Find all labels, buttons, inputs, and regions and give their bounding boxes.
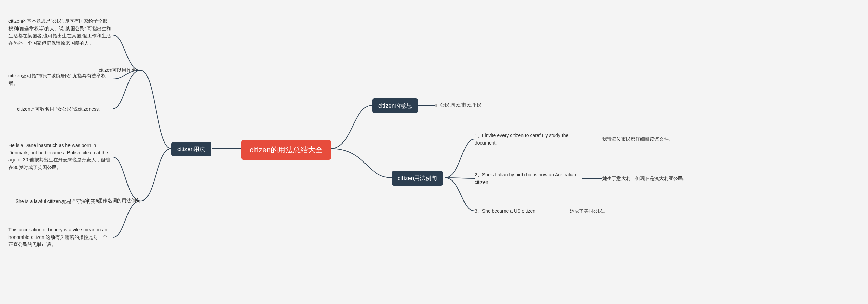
leaf-noun-3: citizen是可数名词,"女公民"说citizeness。 xyxy=(8,106,112,113)
mindmap-connectors xyxy=(0,0,868,304)
leaf-trans-2: 她生于意大利，但现在是澳大利亚公民。 xyxy=(602,176,688,182)
leaf-example-3: 3、She became a US citizen. xyxy=(475,208,537,214)
leaf-example-2: 2、She's Italian by birth but is now an A… xyxy=(475,171,580,186)
leaf-nounex-3: This accusation of bribery is a vile sme… xyxy=(8,226,112,248)
leaf-trans-3: 她成了美国公民。 xyxy=(570,208,608,214)
leaf-nounex-1: He is a Dane inasmuch as he was born in … xyxy=(8,142,112,171)
leaf-nounex-2: She is a lawful citizen.她是个守法的公民。 xyxy=(8,198,112,205)
branch-meaning[interactable]: citizen的意思 xyxy=(372,98,418,113)
branch-usage[interactable]: citizen用法 xyxy=(171,142,211,156)
leaf-trans-1: 我请每位市民都仔细研读该文件。 xyxy=(602,136,673,142)
root-node[interactable]: citizen的用法总结大全 xyxy=(241,140,331,160)
leaf-meaning-def: n. 公民,国民,市民,平民 xyxy=(435,102,482,108)
leaf-noun-2: citizen还可指"市民""城镇居民",尤指具有选举权者。 xyxy=(8,72,112,87)
leaf-example-1: 1、I invite every citizen to carefully st… xyxy=(475,132,580,147)
branch-examples[interactable]: citizen用法例句 xyxy=(392,171,443,186)
leaf-noun-1: citizen的基本意思是"公民",即享有国家给予全部权利(如选举权等)的人。说… xyxy=(8,18,112,47)
